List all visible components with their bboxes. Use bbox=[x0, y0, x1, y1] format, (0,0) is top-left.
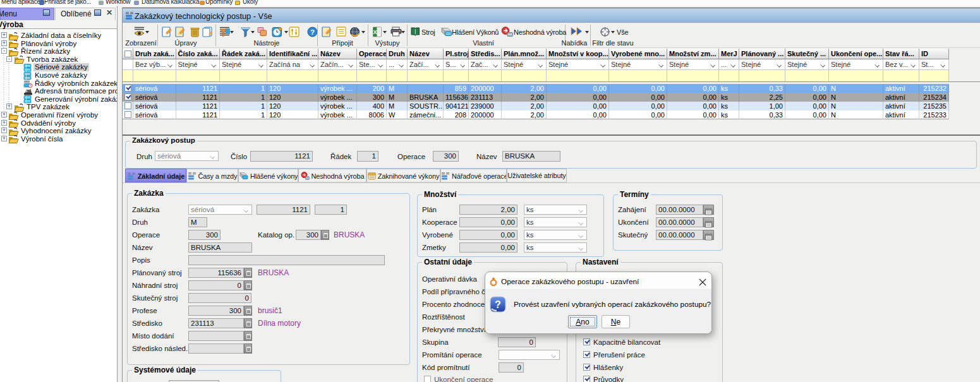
svg-text:?: ? bbox=[310, 28, 315, 36]
svg-text:X: X bbox=[373, 29, 377, 35]
svg-text:?: ? bbox=[495, 299, 501, 310]
